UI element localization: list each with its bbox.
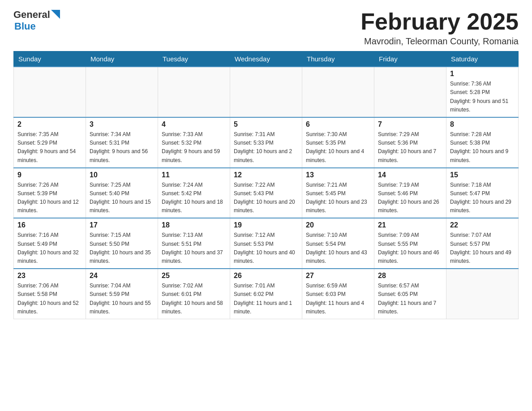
day-info: Sunrise: 7:35 AM Sunset: 5:29 PM Dayligh…	[17, 130, 82, 165]
day-info: Sunrise: 7:19 AM Sunset: 5:46 PM Dayligh…	[378, 181, 442, 215]
calendar-title: February 2025	[360, 9, 519, 34]
day-number: 17	[90, 221, 154, 229]
col-header-monday: Monday	[86, 51, 158, 67]
day-info: Sunrise: 7:29 AM Sunset: 5:36 PM Dayligh…	[378, 130, 442, 165]
day-number: 24	[90, 272, 154, 280]
day-info: Sunrise: 7:04 AM Sunset: 5:59 PM Dayligh…	[90, 282, 154, 316]
calendar-cell: 15Sunrise: 7:18 AM Sunset: 5:47 PM Dayli…	[446, 168, 519, 218]
day-info: Sunrise: 7:15 AM Sunset: 5:50 PM Dayligh…	[90, 231, 154, 265]
calendar-cell	[446, 269, 519, 319]
day-number: 19	[234, 221, 298, 229]
calendar-cell: 5Sunrise: 7:31 AM Sunset: 5:33 PM Daylig…	[230, 117, 302, 168]
day-info: Sunrise: 7:36 AM Sunset: 5:28 PM Dayligh…	[450, 80, 515, 114]
calendar-cell: 21Sunrise: 7:09 AM Sunset: 5:55 PM Dayli…	[374, 218, 446, 269]
calendar-cell	[86, 67, 158, 117]
day-number: 25	[162, 272, 226, 280]
day-info: Sunrise: 7:34 AM Sunset: 5:31 PM Dayligh…	[90, 130, 154, 165]
day-info: Sunrise: 6:59 AM Sunset: 6:03 PM Dayligh…	[306, 282, 370, 316]
day-info: Sunrise: 7:33 AM Sunset: 5:32 PM Dayligh…	[162, 130, 226, 165]
calendar-cell: 26Sunrise: 7:01 AM Sunset: 6:02 PM Dayli…	[230, 269, 302, 319]
calendar-cell: 23Sunrise: 7:06 AM Sunset: 5:58 PM Dayli…	[14, 269, 86, 319]
calendar-week-row: 9Sunrise: 7:26 AM Sunset: 5:39 PM Daylig…	[14, 168, 519, 218]
day-number: 20	[306, 221, 370, 229]
day-info: Sunrise: 7:25 AM Sunset: 5:40 PM Dayligh…	[90, 181, 154, 215]
day-number: 9	[17, 171, 82, 179]
calendar-cell: 19Sunrise: 7:12 AM Sunset: 5:53 PM Dayli…	[230, 218, 302, 269]
day-info: Sunrise: 7:06 AM Sunset: 5:58 PM Dayligh…	[17, 282, 82, 316]
day-info: Sunrise: 7:12 AM Sunset: 5:53 PM Dayligh…	[234, 231, 298, 265]
title-block: February 2025 Mavrodin, Teleorman County…	[360, 9, 519, 47]
calendar-cell: 13Sunrise: 7:21 AM Sunset: 5:45 PM Dayli…	[302, 168, 374, 218]
calendar-cell: 24Sunrise: 7:04 AM Sunset: 5:59 PM Dayli…	[86, 269, 158, 319]
calendar-cell: 9Sunrise: 7:26 AM Sunset: 5:39 PM Daylig…	[14, 168, 86, 218]
day-info: Sunrise: 7:16 AM Sunset: 5:49 PM Dayligh…	[17, 231, 82, 265]
calendar-subtitle: Mavrodin, Teleorman County, Romania	[360, 36, 519, 47]
calendar-cell: 25Sunrise: 7:02 AM Sunset: 6:01 PM Dayli…	[158, 269, 230, 319]
day-number: 10	[90, 171, 154, 179]
calendar-cell: 7Sunrise: 7:29 AM Sunset: 5:36 PM Daylig…	[374, 117, 446, 168]
calendar-cell	[158, 67, 230, 117]
day-info: Sunrise: 7:24 AM Sunset: 5:42 PM Dayligh…	[162, 181, 226, 215]
day-number: 11	[162, 171, 226, 179]
calendar-cell	[302, 67, 374, 117]
calendar-cell: 6Sunrise: 7:30 AM Sunset: 5:35 PM Daylig…	[302, 117, 374, 168]
col-header-wednesday: Wednesday	[230, 51, 302, 67]
page-header: General Blue February 2025 Mavrodin, Tel…	[13, 9, 519, 47]
day-number: 15	[450, 171, 515, 179]
calendar-week-row: 1Sunrise: 7:36 AM Sunset: 5:28 PM Daylig…	[14, 67, 519, 117]
day-info: Sunrise: 7:31 AM Sunset: 5:33 PM Dayligh…	[234, 130, 298, 165]
day-info: Sunrise: 7:28 AM Sunset: 5:38 PM Dayligh…	[450, 130, 515, 165]
calendar-week-row: 23Sunrise: 7:06 AM Sunset: 5:58 PM Dayli…	[14, 269, 519, 319]
day-number: 27	[306, 272, 370, 280]
day-info: Sunrise: 7:18 AM Sunset: 5:47 PM Dayligh…	[450, 181, 515, 215]
calendar-cell: 27Sunrise: 6:59 AM Sunset: 6:03 PM Dayli…	[302, 269, 374, 319]
calendar-cell: 20Sunrise: 7:10 AM Sunset: 5:54 PM Dayli…	[302, 218, 374, 269]
day-number: 16	[17, 221, 82, 229]
day-info: Sunrise: 7:30 AM Sunset: 5:35 PM Dayligh…	[306, 130, 370, 165]
day-info: Sunrise: 7:01 AM Sunset: 6:02 PM Dayligh…	[234, 282, 298, 316]
calendar-cell: 22Sunrise: 7:07 AM Sunset: 5:57 PM Dayli…	[446, 218, 519, 269]
day-number: 22	[450, 221, 515, 229]
col-header-friday: Friday	[374, 51, 446, 67]
col-header-saturday: Saturday	[446, 51, 519, 67]
day-number: 1	[450, 70, 515, 78]
calendar-cell: 16Sunrise: 7:16 AM Sunset: 5:49 PM Dayli…	[14, 218, 86, 269]
calendar-cell: 12Sunrise: 7:22 AM Sunset: 5:43 PM Dayli…	[230, 168, 302, 218]
calendar-cell: 17Sunrise: 7:15 AM Sunset: 5:50 PM Dayli…	[86, 218, 158, 269]
day-number: 23	[17, 272, 82, 280]
logo-arrow-icon	[51, 10, 60, 19]
calendar-week-row: 2Sunrise: 7:35 AM Sunset: 5:29 PM Daylig…	[14, 117, 519, 168]
calendar-cell: 28Sunrise: 6:57 AM Sunset: 6:05 PM Dayli…	[374, 269, 446, 319]
calendar-cell: 2Sunrise: 7:35 AM Sunset: 5:29 PM Daylig…	[14, 117, 86, 168]
day-number: 2	[17, 120, 82, 128]
calendar-header-row: SundayMondayTuesdayWednesdayThursdayFrid…	[14, 51, 519, 67]
day-info: Sunrise: 7:07 AM Sunset: 5:57 PM Dayligh…	[450, 231, 515, 265]
day-number: 14	[378, 171, 442, 179]
day-number: 3	[90, 120, 154, 128]
day-info: Sunrise: 7:02 AM Sunset: 6:01 PM Dayligh…	[162, 282, 226, 316]
day-number: 7	[378, 120, 442, 128]
svg-marker-0	[51, 10, 60, 19]
calendar-cell: 14Sunrise: 7:19 AM Sunset: 5:46 PM Dayli…	[374, 168, 446, 218]
day-info: Sunrise: 7:21 AM Sunset: 5:45 PM Dayligh…	[306, 181, 370, 215]
day-info: Sunrise: 7:26 AM Sunset: 5:39 PM Dayligh…	[17, 181, 82, 215]
day-number: 28	[378, 272, 442, 280]
calendar-cell	[374, 67, 446, 117]
col-header-thursday: Thursday	[302, 51, 374, 67]
day-number: 5	[234, 120, 298, 128]
calendar-cell	[230, 67, 302, 117]
day-number: 6	[306, 120, 370, 128]
day-number: 18	[162, 221, 226, 229]
calendar-cell: 3Sunrise: 7:34 AM Sunset: 5:31 PM Daylig…	[86, 117, 158, 168]
day-info: Sunrise: 6:57 AM Sunset: 6:05 PM Dayligh…	[378, 282, 442, 316]
calendar-week-row: 16Sunrise: 7:16 AM Sunset: 5:49 PM Dayli…	[14, 218, 519, 269]
day-info: Sunrise: 7:10 AM Sunset: 5:54 PM Dayligh…	[306, 231, 370, 265]
calendar-table: SundayMondayTuesdayWednesdayThursdayFrid…	[13, 51, 519, 319]
col-header-sunday: Sunday	[14, 51, 86, 67]
calendar-cell	[14, 67, 86, 117]
logo-blue-text: Blue	[14, 21, 36, 32]
calendar-cell: 4Sunrise: 7:33 AM Sunset: 5:32 PM Daylig…	[158, 117, 230, 168]
calendar-cell: 1Sunrise: 7:36 AM Sunset: 5:28 PM Daylig…	[446, 67, 519, 117]
day-number: 4	[162, 120, 226, 128]
day-info: Sunrise: 7:22 AM Sunset: 5:43 PM Dayligh…	[234, 181, 298, 215]
